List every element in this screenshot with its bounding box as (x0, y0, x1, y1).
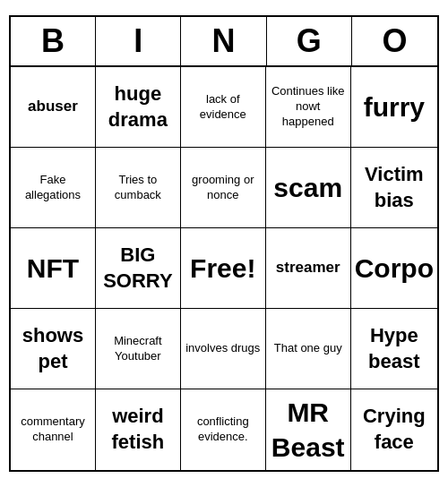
bingo-cell: Minecraft Youtuber (96, 309, 181, 389)
bingo-cell: MR Beast (266, 389, 351, 470)
cell-label: That one guy (274, 341, 342, 356)
cell-label: BIG SORRY (99, 243, 177, 294)
bingo-cell: NFT (11, 228, 96, 309)
bingo-cell: Crying face (351, 389, 437, 470)
cell-label: furry (364, 90, 425, 124)
cell-label: Free! (190, 251, 255, 286)
bingo-letter: G (267, 17, 352, 65)
cell-label: MR Beast (270, 395, 347, 465)
bingo-cell: involves drugs (181, 309, 266, 389)
cell-label: commentary channel (14, 414, 91, 445)
cell-label: Hype beast (355, 323, 434, 374)
bingo-cell: Fake allegations (11, 148, 96, 228)
cell-label: Continues like nowt happened (270, 84, 347, 130)
cell-label: Corpo (355, 251, 434, 286)
bingo-cell: Tries to cumback (96, 148, 181, 228)
cell-label: huge drama (99, 81, 177, 132)
bingo-cell: That one guy (266, 309, 351, 389)
cell-label: Tries to cumback (99, 173, 177, 203)
bingo-cell: conflicting evidence. (181, 389, 266, 470)
bingo-cell: Hype beast (351, 309, 437, 389)
cell-label: grooming or nonce (185, 173, 262, 203)
bingo-cell: huge drama (96, 67, 181, 148)
cell-label: Minecraft Youtuber (99, 334, 177, 364)
cell-label: Crying face (355, 404, 434, 455)
bingo-card: BINGO abuserhuge dramalack of evidenceCo… (9, 15, 439, 472)
bingo-letter: I (96, 17, 181, 65)
bingo-cell: BIG SORRY (96, 228, 181, 309)
cell-label: shows pet (14, 323, 91, 374)
bingo-cell: shows pet (11, 309, 96, 389)
cell-label: Victim bias (355, 162, 434, 213)
bingo-cell: grooming or nonce (181, 148, 266, 228)
cell-label: NFT (27, 251, 79, 286)
cell-label: involves drugs (185, 341, 260, 356)
bingo-header: BINGO (11, 17, 437, 67)
bingo-letter: N (181, 17, 266, 65)
bingo-cell: commentary channel (11, 389, 96, 470)
cell-label: lack of evidence (185, 92, 262, 123)
bingo-letter: B (11, 17, 96, 65)
bingo-letter: O (352, 17, 437, 65)
bingo-cell: lack of evidence (181, 67, 266, 148)
bingo-cell: streamer (266, 228, 351, 309)
bingo-cell: Free! (181, 228, 266, 309)
bingo-grid: abuserhuge dramalack of evidenceContinue… (11, 67, 437, 470)
bingo-cell: scam (266, 148, 351, 228)
cell-label: abuser (28, 97, 78, 116)
cell-label: conflicting evidence. (185, 414, 262, 445)
bingo-cell: abuser (11, 67, 96, 148)
bingo-cell: weird fetish (96, 389, 181, 470)
bingo-cell: furry (351, 67, 437, 148)
cell-label: weird fetish (99, 404, 177, 455)
cell-label: scam (273, 170, 342, 205)
bingo-cell: Continues like nowt happened (266, 67, 351, 148)
bingo-cell: Corpo (351, 228, 437, 309)
bingo-cell: Victim bias (351, 148, 437, 228)
cell-label: Fake allegations (14, 173, 91, 203)
cell-label: streamer (276, 258, 340, 278)
